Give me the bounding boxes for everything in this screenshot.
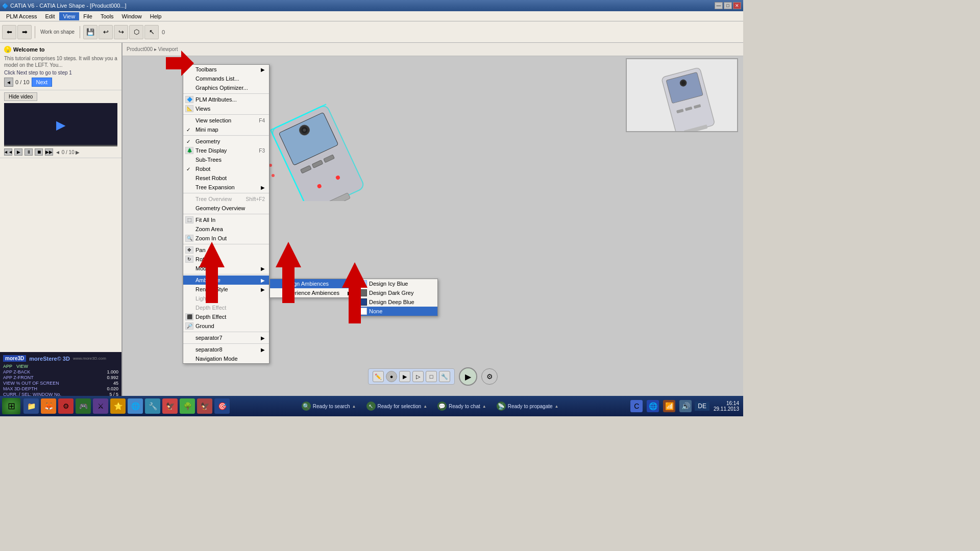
thumbnail-svg <box>627 59 737 131</box>
menu-pan[interactable]: ✥ Pan <box>183 245 269 255</box>
taskbar-app4[interactable]: ⭐ <box>110 398 126 414</box>
menu-hide-show[interactable]: separator7 ▶ <box>183 333 269 342</box>
welcome-text: Welcome to <box>13 46 45 53</box>
pb-square[interactable]: □ <box>426 371 437 382</box>
taskbar-app3[interactable]: ⚔ <box>93 398 108 414</box>
menu-zoom-area[interactable]: Zoom Area <box>183 224 269 234</box>
hide-video-btn[interactable]: Hide video <box>4 92 37 101</box>
icy-blue-icon <box>359 280 367 287</box>
menu-mini-map[interactable]: ✓ Mini map <box>183 125 269 134</box>
pb-arrow1[interactable]: ▶ <box>399 371 410 382</box>
menu-ground[interactable]: ⬛ Depth Effect <box>183 312 269 321</box>
menu-design-ambiences[interactable]: Design Ambiences ▶ <box>270 279 356 288</box>
propagate-icon: 📡 <box>497 402 506 411</box>
toolbar-undo[interactable]: ↩ <box>99 25 113 39</box>
menu-view[interactable]: View <box>59 12 80 20</box>
menu-render[interactable]: Render Style ▶ <box>183 285 269 294</box>
toolbar-select[interactable]: ↖ <box>144 25 159 39</box>
menu-depth[interactable]: Depth Effect <box>183 303 269 312</box>
taskbar-app1[interactable]: ⚙ <box>58 398 74 414</box>
menu-tree-expansion[interactable]: Tree Expansion ▶ <box>183 183 269 192</box>
status-ready-chat[interactable]: 💬 Ready to chat ▲ <box>437 402 486 411</box>
pb-tool[interactable]: 🔧 <box>439 371 450 382</box>
status-ready-search[interactable]: 🔍 Ready to search ▲ <box>302 402 356 411</box>
toolbar-btn-2[interactable]: ➡ <box>17 25 32 39</box>
toolbar-redo[interactable]: ↪ <box>114 25 128 39</box>
taskbar-app8[interactable]: 🌳 <box>180 398 195 414</box>
toolbar-save[interactable]: 💾 <box>83 25 97 39</box>
menu-deep-blue[interactable]: Design Deep Blue <box>357 297 437 307</box>
taskbar-app2[interactable]: 🎮 <box>76 398 91 414</box>
menu-commands[interactable]: Commands List... <box>183 74 269 83</box>
menu-reset-robot[interactable]: Reset Robot <box>183 173 269 183</box>
menu-tools[interactable]: Tools <box>96 12 118 20</box>
menu-view-selection[interactable]: View selection F4 <box>183 116 269 125</box>
menu-navigation-mode[interactable]: separator8 ▶ <box>183 345 269 354</box>
menu-icy-blue[interactable]: Design Icy Blue <box>357 279 437 288</box>
pb-pencil[interactable]: ✏️ <box>373 371 384 382</box>
menu-views[interactable]: 📐 Views <box>183 104 269 113</box>
vc-stop[interactable]: ⏹ <box>35 148 43 156</box>
tray-icon-2[interactable]: 🌐 <box>647 400 659 412</box>
menu-zoom-inout[interactable]: 🔍 Zoom In Out <box>183 234 269 243</box>
menu-sub-trees[interactable]: Sub-Trees <box>183 155 269 164</box>
minimize-btn[interactable]: — <box>715 2 723 9</box>
menu-magnifier[interactable]: 🔎 Ground <box>183 321 269 331</box>
menu-tree-display[interactable]: 🌲 Tree Display F3 <box>183 146 269 155</box>
menu-window[interactable]: Window <box>118 12 146 20</box>
video-progress-bar[interactable] <box>4 145 117 146</box>
more3d-title: moreStere© 3D <box>29 356 70 362</box>
menu-geometry[interactable]: ✓ Geometry <box>183 137 269 146</box>
menu-tree-overview[interactable]: Tree Overview Shift+F2 <box>183 194 269 204</box>
status-ready-selection[interactable]: ↖ Ready for selection ▲ <box>366 402 428 411</box>
menu-experience-ambiences[interactable]: Experience Ambiences ▶ <box>270 288 356 297</box>
menu-full-screen[interactable]: Navigation Mode <box>183 354 269 363</box>
taskbar-explorer[interactable]: 📁 <box>23 398 39 414</box>
pb-settings[interactable]: ⚙ <box>481 368 498 385</box>
menu-sep-3 <box>183 193 269 193</box>
vc-ff[interactable]: ▶▶ <box>45 148 53 156</box>
menu-modify[interactable]: Modify ▶ <box>183 264 269 273</box>
vc-play[interactable]: ▶ <box>14 148 22 156</box>
vc-pause[interactable]: ⏸ <box>24 148 33 156</box>
toolbar-btn-1[interactable]: ⬅ <box>2 25 16 39</box>
menu-rotate[interactable]: ↻ Rotate <box>183 255 269 264</box>
close-btn[interactable]: ✕ <box>733 2 741 9</box>
viewport[interactable]: Product000 ▸ Viewport <box>122 43 743 416</box>
menu-fit-all[interactable]: ⬚ Fit All In <box>183 215 269 224</box>
menu-help[interactable]: Help <box>146 12 166 20</box>
pb-circle1[interactable]: ● <box>386 371 397 382</box>
tray-icon-4[interactable]: 🔊 <box>679 400 692 412</box>
start-button[interactable]: ⊞ <box>2 398 20 414</box>
vc-rewind[interactable]: ◄◄ <box>4 148 12 156</box>
menu-file[interactable]: File <box>79 12 96 20</box>
menu-none[interactable]: None <box>357 307 437 316</box>
maximize-btn[interactable]: □ <box>724 2 732 9</box>
tray-icon-3[interactable]: 📶 <box>663 400 675 412</box>
more3d-row-3: MAX 3D-DEPTH 0.020 <box>3 386 118 391</box>
taskbar-app10[interactable]: 🎯 <box>214 398 230 414</box>
more3d-header: more3D moreStere© 3D www.more3D.com <box>3 355 118 362</box>
status-ready-propagate[interactable]: 📡 Ready to propagate ▲ <box>497 402 559 411</box>
menu-edit[interactable]: Edit <box>41 12 59 20</box>
pb-arrow2[interactable]: ▷ <box>412 371 424 382</box>
taskbar-app9[interactable]: 🦅 <box>197 398 212 414</box>
next-btn[interactable]: Next <box>32 78 53 87</box>
menu-plm-attrs[interactable]: 🔷 PLM Attributes... <box>183 95 269 104</box>
menu-plmaccess[interactable]: PLM Access <box>2 12 41 20</box>
toolbar-3d[interactable]: ⬡ <box>129 25 143 39</box>
taskbar-app5[interactable]: 🌐 <box>128 398 143 414</box>
menu-robot[interactable]: ✓ Robot <box>183 164 269 173</box>
prev-arrow[interactable]: ◄ <box>4 78 13 87</box>
menu-graphics[interactable]: Graphics Optimizer... <box>183 83 269 92</box>
menu-geometry-overview[interactable]: Geometry Overview <box>183 204 269 213</box>
taskbar-firefox[interactable]: 🦊 <box>41 398 56 414</box>
catia-tray[interactable]: C <box>630 400 643 412</box>
menu-dark-grey[interactable]: Design Dark Grey <box>357 288 437 297</box>
pb-play-main[interactable]: ▶ <box>459 367 477 386</box>
taskbar-app7[interactable]: 🦅 <box>162 398 178 414</box>
menu-ambience[interactable]: Ambience ▶ <box>183 276 269 285</box>
taskbar-app6[interactable]: 🔧 <box>145 398 160 414</box>
menu-lighting[interactable]: Lighting <box>183 294 269 303</box>
menu-toolbars[interactable]: Toolbars ▶ <box>183 65 269 74</box>
